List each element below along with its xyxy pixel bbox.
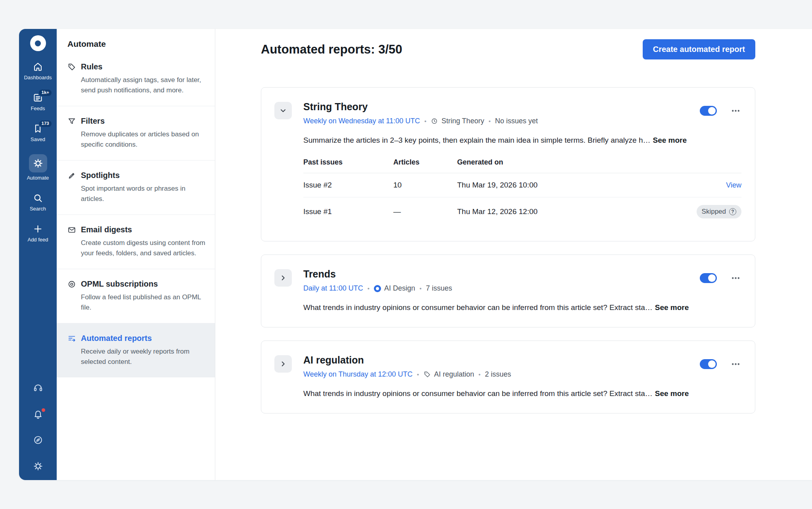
saved-count-badge: 173 (38, 120, 52, 128)
compass-icon[interactable] (33, 435, 43, 445)
notification-dot (42, 408, 45, 412)
search-icon (33, 193, 43, 203)
column-header-past-issues: Past issues (303, 158, 393, 166)
subnav-item-label: Automated reports (81, 334, 152, 343)
skipped-status-badge[interactable]: Skipped (697, 205, 741, 218)
report-source: String Theory (431, 117, 484, 125)
skipped-label: Skipped (702, 208, 726, 216)
report-meta: Weekly on Thursday at 12:00 UTC AI regul… (303, 370, 511, 379)
chevron-right-icon (279, 274, 287, 282)
active-item-tile (29, 154, 47, 172)
headphones-icon[interactable] (33, 383, 43, 393)
settings-gear-icon[interactable] (33, 461, 43, 471)
tag-icon (423, 371, 431, 378)
more-options-button[interactable] (730, 105, 741, 117)
report-card-string-theory: String Theory Weekly on Wednesday at 11:… (261, 87, 755, 241)
report-meta: Daily at 11:00 UTC AI Design 7 issues (303, 284, 452, 293)
schedule-link[interactable]: Weekly on Wednesday at 11:00 UTC (303, 117, 420, 125)
subnav-item-opml-subscriptions[interactable]: OPML subscriptions Follow a feed list pu… (57, 269, 215, 323)
issue-articles: 10 (393, 181, 457, 189)
feedly-logo[interactable] (30, 35, 46, 51)
card-controls (700, 272, 741, 284)
report-description: What trends in industry opinions or cons… (303, 389, 741, 398)
report-title: AI regulation (303, 354, 511, 366)
toggle-knob (708, 360, 716, 368)
description-text: What trends in industry opinions or cons… (303, 389, 653, 398)
description-text: What trends in industry opinions or cons… (303, 303, 653, 312)
report-list-icon (67, 334, 76, 343)
history-clock-icon (431, 117, 438, 125)
card-controls (700, 358, 741, 370)
sidebar-item-feeds[interactable]: 1k+ Feeds (31, 92, 45, 111)
issues-count: 7 issues (426, 284, 452, 293)
home-icon (33, 61, 43, 72)
view-issue-link[interactable]: View (726, 181, 741, 189)
source-name: AI regulation (434, 370, 474, 379)
report-cards-list: String Theory Weekly on Wednesday at 11:… (261, 87, 755, 413)
issue-name: Issue #2 (303, 181, 393, 189)
description-text: Summarize the articles in 2–3 key points… (303, 136, 650, 144)
highlighter-icon (67, 171, 76, 180)
see-more-link[interactable]: See more (653, 136, 687, 144)
subnav-item-description: Automatically assign tags, save for late… (81, 75, 207, 96)
more-options-button[interactable] (730, 272, 741, 284)
sidebar-item-search[interactable]: Search (30, 193, 46, 212)
table-row: Issue #1 — Thu Mar 12, 2026 12:00 Skippe… (303, 197, 741, 226)
filter-funnel-icon (67, 117, 76, 126)
subnav-item-filters[interactable]: Filters Remove duplicates or articles ba… (57, 106, 215, 161)
chevron-right-icon (279, 360, 287, 368)
sidebar-item-automate[interactable]: Automate (27, 154, 49, 181)
question-circle-icon (729, 208, 736, 215)
subnav-item-label: Email digests (81, 225, 132, 234)
report-enabled-toggle[interactable] (700, 273, 717, 283)
main-header: Automated reports: 3/50 Create automated… (261, 39, 755, 59)
separator-dot (424, 117, 426, 125)
rail-bottom-icons (33, 383, 43, 471)
app-window: Dashboards 1k+ Feeds 173 Saved Automate (19, 29, 812, 480)
bell-icon[interactable] (33, 409, 43, 419)
subnav-item-description: Follow a feed list published as an OPML … (81, 292, 207, 313)
expand-card-button[interactable] (274, 355, 292, 373)
subnav-item-description: Remove duplicates or articles based on s… (81, 129, 207, 150)
subnav-item-label: Filters (81, 117, 105, 126)
create-automated-report-button[interactable]: Create automated report (643, 39, 755, 59)
table-header-row: Past issues Articles Generated on (303, 158, 741, 173)
report-enabled-toggle[interactable] (700, 106, 717, 116)
issue-generated-on: Thu Mar 19, 2026 10:00 (457, 181, 726, 189)
logo-dot (35, 40, 41, 46)
source-name: String Theory (441, 117, 484, 125)
table-row: Issue #2 10 Thu Mar 19, 2026 10:00 View (303, 173, 741, 197)
expand-card-button[interactable] (274, 269, 292, 287)
subnav-item-automated-reports[interactable]: Automated reports Receive daily or weekl… (57, 323, 215, 377)
rail-item-label: Saved (31, 136, 45, 142)
separator-dot (488, 117, 490, 125)
envelope-icon (67, 226, 76, 234)
column-header-articles: Articles (393, 158, 457, 166)
schedule-link[interactable]: Daily at 11:00 UTC (303, 284, 363, 293)
see-more-link[interactable]: See more (655, 389, 689, 398)
source-name: AI Design (384, 284, 415, 293)
page-title: Automated reports: 3/50 (261, 42, 402, 57)
report-meta: Weekly on Wednesday at 11:00 UTC String … (303, 117, 538, 125)
more-options-button[interactable] (730, 358, 741, 370)
ellipsis-icon (731, 106, 741, 116)
report-description: What trends in industry opinions or cons… (303, 303, 741, 312)
primary-sidebar: Dashboards 1k+ Feeds 173 Saved Automate (19, 29, 57, 480)
see-more-link[interactable]: See more (655, 303, 689, 312)
subnav-item-description: Create custom digests using content from… (81, 238, 207, 258)
ellipsis-icon (731, 273, 741, 283)
schedule-link[interactable]: Weekly on Thursday at 12:00 UTC (303, 370, 412, 379)
sidebar-item-saved[interactable]: 173 Saved (31, 123, 45, 142)
subnav-item-rules[interactable]: Rules Automatically assign tags, save fo… (57, 52, 215, 106)
collapse-card-button[interactable] (274, 102, 292, 119)
sidebar-item-dashboards[interactable]: Dashboards (24, 61, 52, 80)
report-enabled-toggle[interactable] (700, 359, 717, 369)
sidebar-item-add-feed[interactable]: Add feed (27, 224, 48, 243)
subnav-item-email-digests[interactable]: Email digests Create custom digests usin… (57, 215, 215, 269)
report-card-ai-regulation: AI regulation Weekly on Thursday at 12:0… (261, 341, 755, 413)
issues-count: 2 issues (485, 370, 511, 379)
report-title: String Theory (303, 101, 538, 113)
rules-tag-icon (67, 63, 76, 71)
subnav-item-spotlights[interactable]: Spotlights Spot important words or phras… (57, 161, 215, 215)
subnav-item-description: Spot important words or phrases in artic… (81, 184, 207, 204)
